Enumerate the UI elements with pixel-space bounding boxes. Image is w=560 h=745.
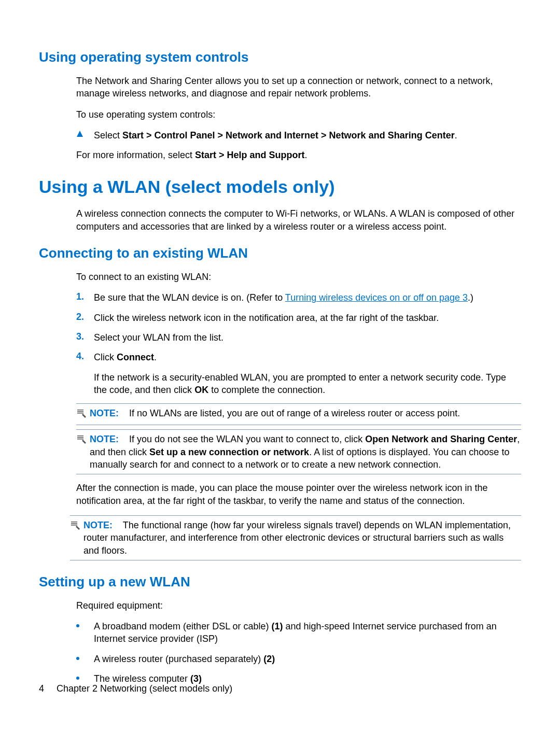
- document-page: Using operating system controls The Netw…: [0, 0, 560, 745]
- note-icon: [76, 408, 87, 421]
- page-footer: 4 Chapter 2 Networking (select models on…: [39, 683, 232, 694]
- list-item: A broadband modem (either DSL or cable) …: [76, 620, 521, 645]
- paragraph: The Network and Sharing Center allows yo…: [76, 75, 521, 100]
- paragraph: To use operating system controls:: [76, 108, 521, 121]
- list-item: 3. Select your WLAN from the list.: [76, 331, 521, 344]
- procedure-step: Select Start > Control Panel > Network a…: [76, 129, 521, 142]
- sub-paragraph: If the network is a security-enabled WLA…: [94, 371, 521, 397]
- heading-connecting-wlan: Connecting to an existing WLAN: [39, 245, 521, 261]
- note-label: NOTE:: [90, 434, 119, 444]
- text-run: .: [154, 352, 157, 362]
- bullet-text: A wireless router (purchased separately)…: [94, 653, 521, 665]
- paragraph: To connect to an existing WLAN:: [76, 271, 521, 283]
- text-run: If you do not see the WLAN you want to c…: [129, 434, 365, 444]
- step-number: 2.: [76, 312, 94, 324]
- text-run: A wireless router (purchased separately): [94, 654, 263, 664]
- text-run: .: [305, 150, 307, 160]
- note-icon: [70, 520, 80, 557]
- text-run: The wireless computer: [94, 673, 190, 684]
- bold-text: (1): [272, 621, 283, 631]
- note-text: If no WLANs are listed, you are out of r…: [129, 408, 460, 418]
- text-run: Select: [94, 130, 122, 140]
- text-run: Click: [94, 352, 117, 362]
- note-text: The functional range (how far your wirel…: [83, 520, 511, 556]
- note-callout: NOTE: The functional range (how far your…: [70, 515, 521, 560]
- cross-reference-link[interactable]: Turning wireless devices on or off on pa…: [285, 292, 468, 303]
- text-run: Be sure that the WLAN device is on. (Ref…: [94, 292, 285, 303]
- svg-marker-0: [77, 131, 83, 137]
- note-content: NOTE: The functional range (how far your…: [83, 519, 521, 557]
- note-icon: [76, 434, 87, 471]
- bullet-text: A broadband modem (either DSL or cable) …: [94, 620, 521, 645]
- list-item: 1. Be sure that the WLAN device is on. (…: [76, 291, 521, 304]
- note-label: NOTE:: [83, 520, 113, 530]
- text-run: .: [455, 130, 457, 140]
- bold-text: Connect: [117, 352, 154, 362]
- bold-text: (3): [190, 673, 202, 684]
- bold-text: Start > Help and Support: [195, 150, 305, 160]
- paragraph: For more information, select Start > Hel…: [76, 149, 521, 161]
- chapter-title: Chapter 2 Networking (select models only…: [57, 683, 232, 694]
- text-run: For more information, select: [76, 150, 195, 160]
- bold-text: (2): [263, 654, 275, 664]
- list-item: 4. Click Connect. If the network is a se…: [76, 351, 521, 396]
- step-number: 1.: [76, 291, 94, 304]
- step-text: Click Connect. If the network is a secur…: [94, 351, 521, 396]
- note-callout: NOTE: If no WLANs are listed, you are ou…: [76, 403, 521, 425]
- heading-os-controls: Using operating system controls: [39, 49, 521, 65]
- page-number: 4: [39, 683, 44, 694]
- note-label: NOTE:: [90, 408, 119, 418]
- text-run: A broadband modem (either DSL or cable): [94, 621, 272, 631]
- list-item: A wireless router (purchased separately)…: [76, 653, 521, 665]
- text-run: .): [468, 292, 473, 303]
- text-run: to complete the connection.: [208, 385, 325, 395]
- list-item: 2. Click the wireless network icon in th…: [76, 312, 521, 324]
- heading-using-wlan: Using a WLAN (select models only): [39, 177, 521, 197]
- paragraph: Required equipment:: [76, 599, 521, 612]
- step-number: 3.: [76, 331, 94, 344]
- step-text: Click the wireless network icon in the n…: [94, 312, 521, 324]
- step-text: Select your WLAN from the list.: [94, 331, 521, 344]
- note-content: NOTE: If you do not see the WLAN you wan…: [90, 433, 521, 471]
- note-content: NOTE: If no WLANs are listed, you are ou…: [90, 407, 521, 421]
- bold-text: Set up a new connection or network: [149, 447, 309, 457]
- bold-text: Start > Control Panel > Network and Inte…: [122, 130, 455, 140]
- triangle-icon: [76, 129, 94, 142]
- paragraph: After the connection is made, you can pl…: [76, 482, 521, 507]
- step-text: Select Start > Control Panel > Network a…: [94, 129, 521, 142]
- note-callout: NOTE: If you do not see the WLAN you wan…: [76, 429, 521, 474]
- bold-text: Open Network and Sharing Center: [365, 434, 517, 444]
- bullet-icon: [76, 653, 94, 665]
- paragraph: A wireless connection connects the compu…: [76, 207, 521, 233]
- step-text: Be sure that the WLAN device is on. (Ref…: [94, 291, 521, 304]
- bullet-icon: [76, 620, 94, 645]
- heading-setting-up-wlan: Setting up a new WLAN: [39, 574, 521, 590]
- bold-text: OK: [194, 385, 208, 395]
- step-number: 4.: [76, 351, 94, 396]
